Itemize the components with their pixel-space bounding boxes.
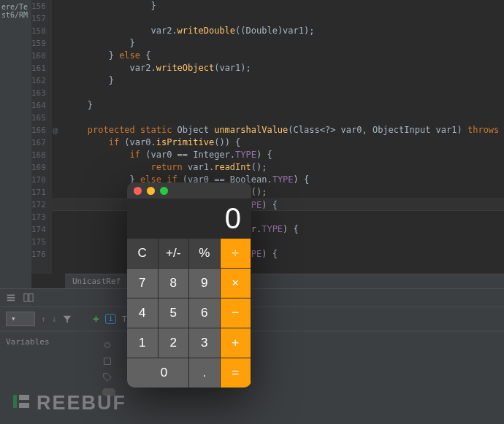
- five-key[interactable]: 5: [159, 298, 190, 328]
- one-key[interactable]: 1: [127, 328, 159, 358]
- line-number: 164: [31, 99, 46, 112]
- code-line[interactable]: if (var0.isPrimitive()) {: [52, 136, 504, 149]
- negate-key[interactable]: +/-: [159, 238, 190, 268]
- plus-key[interactable]: +: [221, 328, 252, 358]
- code-line[interactable]: } else if (var0 == Boolean.TYPE) {: [52, 174, 504, 186]
- line-gutter: 1561571581591601611621631641651661671681…: [31, 0, 52, 274]
- info-icon: i: [105, 314, 116, 324]
- code-line[interactable]: }: [52, 0, 504, 12]
- line-number: 168: [31, 149, 46, 161]
- line-number: 172: [31, 198, 46, 211]
- svg-rect-4: [29, 294, 33, 302]
- svg-rect-0: [7, 295, 15, 296]
- svg-rect-3: [24, 294, 28, 302]
- debug-toolbar: [0, 289, 504, 307]
- code-line[interactable]: ();: [52, 236, 504, 248]
- file-path-fragment: ere/Test6/RM: [0, 0, 31, 22]
- line-number: 160: [31, 50, 46, 62]
- line-number: 166: [31, 124, 46, 136]
- line-number: 158: [31, 25, 46, 37]
- code-line[interactable]: }: [52, 37, 504, 50]
- variables-tab[interactable]: Variables: [6, 337, 50, 347]
- two-key[interactable]: 2: [159, 328, 190, 358]
- line-number: 161: [31, 62, 46, 74]
- code-line[interactable]: } else {: [52, 50, 504, 62]
- minimize-icon[interactable]: [147, 187, 155, 195]
- code-line[interactable]: }: [52, 99, 504, 112]
- code-line[interactable]: }: [52, 74, 504, 87]
- code-line[interactable]: return var1.readInt();: [52, 161, 504, 174]
- code-editor[interactable]: 1561571581591601611621631641651661671681…: [31, 0, 504, 274]
- calculator-display: 0: [127, 198, 251, 238]
- line-number: 176: [31, 248, 46, 261]
- code-line[interactable]: .TYPE) {: [52, 198, 504, 211]
- debug-controls: ▾ ↑ ↓ + i T: [0, 307, 504, 331]
- debug-panel: ▾ ↑ ↓ + i T Variables: [0, 288, 504, 424]
- breadcrumb-item[interactable]: UnicastRef: [72, 277, 121, 286]
- code-line[interactable]: .TYPE) {: [52, 248, 504, 261]
- line-number: 173: [31, 211, 46, 223]
- decimal-key[interactable]: .: [189, 358, 221, 388]
- line-number: 170: [31, 174, 46, 186]
- calculator-keypad: C+/-%÷789×456−123+0.=: [127, 238, 251, 388]
- line-number: 163: [31, 87, 46, 99]
- code-line[interactable]: protected static Object unmarshalValue(C…: [52, 124, 504, 136]
- line-number: 174: [31, 223, 46, 236]
- calculator-titlebar[interactable]: [127, 182, 251, 198]
- code-line[interactable]: ean();: [52, 186, 504, 198]
- line-number: 167: [31, 136, 46, 149]
- code-line[interactable]: [52, 112, 504, 124]
- svg-rect-5: [104, 358, 111, 365]
- code-line[interactable]: [52, 12, 504, 25]
- multiply-key[interactable]: ×: [221, 268, 252, 298]
- four-key[interactable]: 4: [127, 298, 159, 328]
- frames-dropdown[interactable]: ▾: [6, 312, 35, 326]
- divide-key[interactable]: ÷: [221, 238, 252, 268]
- tag-icon[interactable]: [102, 372, 112, 382]
- line-number: 169: [31, 161, 46, 174]
- clear-key[interactable]: C: [127, 238, 159, 268]
- calculator-window[interactable]: 0 C+/-%÷789×456−123+0.=: [127, 182, 251, 388]
- line-number: 159: [31, 37, 46, 50]
- add-watch-icon[interactable]: +: [93, 313, 99, 325]
- six-key[interactable]: 6: [189, 298, 221, 328]
- close-icon[interactable]: [134, 187, 142, 195]
- svg-rect-2: [7, 300, 15, 301]
- seven-key[interactable]: 7: [127, 268, 159, 298]
- line-number: 162: [31, 74, 46, 87]
- line-number: 175: [31, 236, 46, 248]
- code-line[interactable]: ();: [52, 211, 504, 223]
- layout-icon[interactable]: [23, 293, 34, 303]
- three-key[interactable]: 3: [189, 328, 221, 358]
- step-up-icon[interactable]: ↑: [41, 315, 46, 324]
- code-area[interactable]: } var2.writeDouble((Double)var1); } } el…: [52, 0, 504, 274]
- svg-rect-1: [7, 297, 15, 298]
- line-number: 165: [31, 112, 46, 124]
- filter-icon[interactable]: [62, 314, 72, 324]
- code-line[interactable]: if (var0 == Integer.TYPE) {: [52, 149, 504, 161]
- zero-key[interactable]: 0: [127, 358, 189, 388]
- line-number: 171: [31, 186, 46, 198]
- eight-key[interactable]: 8: [159, 268, 190, 298]
- infinity-icon[interactable]: [102, 388, 115, 396]
- box-icon[interactable]: [102, 356, 112, 366]
- code-line[interactable]: var2.writeObject(var1);: [52, 62, 504, 74]
- equals-key[interactable]: =: [221, 358, 252, 388]
- percent-key[interactable]: %: [189, 238, 221, 268]
- link-icon[interactable]: [102, 340, 112, 350]
- code-line[interactable]: var2.writeDouble((Double)var1);: [52, 25, 504, 37]
- this-variable[interactable]: T: [122, 315, 127, 324]
- debug-side-icons: [102, 340, 115, 396]
- code-line[interactable]: [52, 87, 504, 99]
- line-number: 156: [31, 0, 46, 12]
- line-number: 157: [31, 12, 46, 25]
- threads-icon[interactable]: [6, 293, 16, 303]
- minus-key[interactable]: −: [221, 298, 252, 328]
- step-down-icon[interactable]: ↓: [52, 315, 57, 324]
- code-line[interactable]: cter.TYPE) {: [52, 223, 504, 236]
- nine-key[interactable]: 9: [189, 268, 221, 298]
- zoom-icon[interactable]: [160, 187, 168, 195]
